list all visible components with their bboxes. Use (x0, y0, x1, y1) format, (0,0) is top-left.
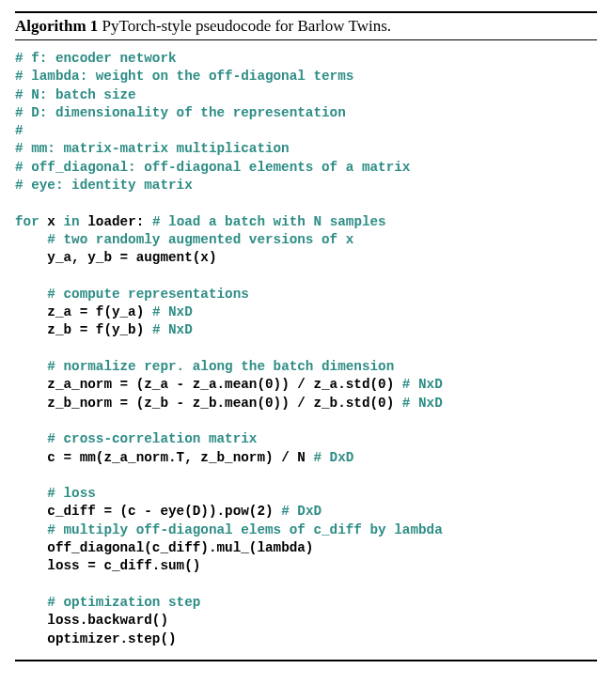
code-line: loss.backward() (47, 613, 168, 628)
comment-line: # f: encoder network (15, 51, 177, 66)
algorithm-caption: PyTorch-style pseudocode for Barlow Twin… (98, 17, 391, 35)
comment-inline: # DxD (313, 450, 353, 465)
indent (15, 522, 47, 537)
indent (15, 431, 47, 446)
comment-line: # eye: identity matrix (15, 178, 193, 193)
indent (15, 287, 47, 302)
indent (15, 450, 47, 465)
indent (15, 558, 47, 573)
indent (15, 613, 47, 628)
indent (15, 232, 47, 247)
indent (15, 359, 47, 374)
algorithm-number: Algorithm 1 (15, 17, 98, 35)
indent (15, 540, 47, 555)
indent (15, 377, 47, 392)
comment-line: # (15, 123, 24, 138)
algorithm-block: Algorithm 1 PyTorch-style pseudocode for… (15, 11, 597, 661)
indent (15, 631, 47, 646)
comment-inline: # DxD (281, 504, 322, 519)
pseudocode: # f: encoder network # lambda: weight on… (15, 40, 597, 660)
code-line: loss = c_diff.sum() (47, 558, 200, 573)
keyword-in: in (64, 214, 80, 229)
code-line: y_a, y_b = augment(x) (47, 250, 216, 265)
comment-line: # two randomly augmented versions of x (47, 232, 353, 247)
indent (15, 304, 47, 319)
keyword-for: for (15, 214, 39, 229)
code-line: z_b_norm = (z_b - z_b.mean(0)) / z_b.std… (47, 396, 402, 411)
comment-inline: # load a batch with N samples (152, 214, 386, 229)
comment-line: # N: batch size (15, 87, 136, 102)
code-line: off_diagonal(c_diff).mul_(lambda) (47, 540, 313, 555)
indent (15, 486, 47, 501)
code-text: x (39, 214, 64, 229)
comment-line: # mm: matrix-matrix multiplication (15, 141, 290, 156)
comment-inline: # NxD (402, 396, 443, 411)
code-line: c = mm(z_a_norm.T, z_b_norm) / N (47, 450, 313, 465)
comment-line: # multiply off-diagonal elems of c_diff … (47, 522, 442, 537)
indent (15, 595, 47, 610)
code-line: z_a_norm = (z_a - z_a.mean(0)) / z_a.std… (47, 377, 402, 392)
comment-line: # compute representations (47, 287, 249, 302)
comment-line: # loss (47, 486, 95, 501)
comment-line: # normalize repr. along the batch dimens… (47, 359, 394, 374)
indent (15, 504, 47, 519)
algorithm-title: Algorithm 1 PyTorch-style pseudocode for… (15, 13, 597, 40)
comment-line: # D: dimensionality of the representatio… (15, 105, 346, 120)
code-line: c_diff = (c - eye(D)).pow(2) (47, 504, 281, 519)
comment-line: # off_diagonal: off-diagonal elements of… (15, 160, 410, 175)
indent (15, 250, 47, 265)
indent (15, 396, 47, 411)
code-line: z_b = f(y_b) (47, 322, 152, 337)
code-text: loader: (80, 214, 152, 229)
comment-inline: # NxD (152, 322, 193, 337)
comment-line: # cross-correlation matrix (47, 431, 257, 446)
indent (15, 322, 47, 337)
code-line: z_a = f(y_a) (47, 304, 152, 319)
comment-line: # lambda: weight on the off-diagonal ter… (15, 69, 353, 84)
code-line: optimizer.step() (47, 631, 176, 646)
comment-inline: # NxD (402, 377, 443, 392)
comment-inline: # NxD (152, 304, 193, 319)
comment-line: # optimization step (47, 595, 200, 610)
